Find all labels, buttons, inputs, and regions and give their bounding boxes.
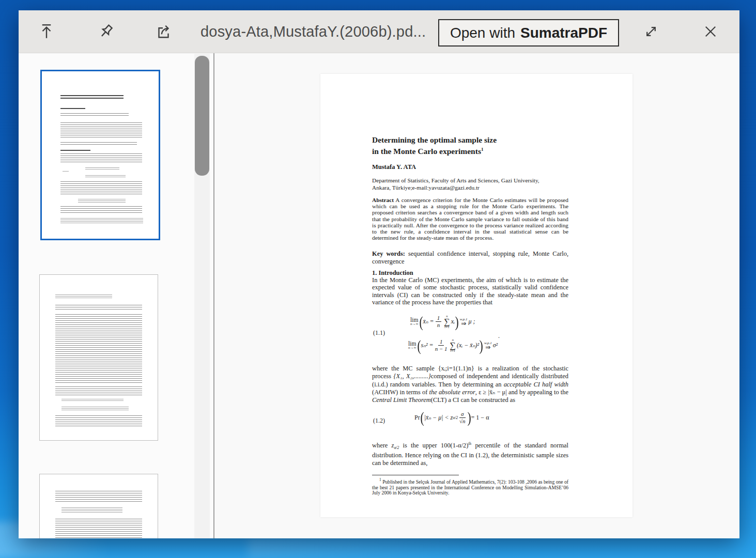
abstract: Abstract A convergence criterion for the… [372, 197, 568, 241]
equation-separator-dot: . [498, 332, 500, 340]
pdf-viewer-window: dosya-Ata,MustafaY.(2006b).pd... Open wi… [19, 10, 739, 538]
toolbar: dosya-Ata,MustafaY.(2006b).pd... Open wi… [19, 10, 739, 53]
expand-diagonal-icon [642, 23, 660, 42]
keywords: Key words: sequential confidence interva… [372, 250, 568, 265]
equation-label: (1.2) [373, 417, 385, 425]
document-filename: dosya-Ata,MustafaY.(2006b).pd... [200, 10, 426, 53]
save-as-icon [37, 22, 56, 42]
paper-title: Determining the optimal sample size in t… [372, 135, 568, 156]
author-affiliation: Department of Statistics, Faculty of Art… [372, 177, 568, 191]
close-icon [702, 23, 719, 42]
section-heading-introduction: 1. Introduction [372, 269, 568, 277]
open-with-app-name: SumatraPDF [520, 25, 607, 41]
close-button[interactable] [696, 18, 725, 47]
equation-1-1: (1.1) limn→∞ ( x̄ₙ = 1n n∑i=1 xᵢ ) w.p.1… [372, 314, 568, 361]
thumbnail-scrollbar-thumb[interactable] [195, 56, 209, 176]
equation-label: (1.1) [373, 329, 385, 337]
intro-paragraph-3: where zα/2 is the upper 100(1-α/2)th per… [372, 440, 568, 467]
abstract-label: Abstract [372, 197, 394, 203]
keywords-label: Key words: [372, 250, 405, 257]
page-thumbnail-2[interactable] [39, 274, 158, 441]
page-thumbnail-3[interactable] [39, 474, 158, 538]
author-name: Mustafa Y. ATA [372, 163, 568, 171]
title-footnote-marker: 1 [481, 147, 484, 152]
equation-1-2: (1.2) Pr ( |x̄ₙ − μ| < zα/2 σ√n ) = 1 − … [372, 410, 568, 435]
open-with-label: Open with [450, 25, 515, 41]
open-with-sumatrapdf-button[interactable]: Open with SumatraPDF [438, 19, 619, 47]
intro-paragraph-1: In the Monte Carlo (MC) experiments, the… [372, 276, 568, 306]
fullscreen-button[interactable] [637, 18, 666, 47]
thumbnail-panel [19, 54, 213, 538]
footnote: 1 Published in the Selçuk Journal of App… [372, 477, 568, 496]
share-icon [155, 22, 174, 42]
pin-button[interactable] [91, 18, 120, 47]
thumbnail-scrollbar-track[interactable] [194, 54, 210, 538]
share-button[interactable] [150, 18, 179, 47]
pdf-page-1: Determining the optimal sample size in t… [320, 74, 632, 517]
page-thumbnail-1-selected[interactable] [40, 70, 160, 240]
document-viewport: Determining the optimal sample size in t… [214, 54, 739, 538]
intro-paragraph-2: where the MC sample {xᵢ;i=1(1.1)n} is a … [372, 365, 568, 404]
save-as-button[interactable] [32, 18, 61, 47]
footnote-rule [372, 475, 459, 475]
pin-icon [97, 22, 115, 42]
desktop-wallpaper-streak [248, 537, 506, 558]
